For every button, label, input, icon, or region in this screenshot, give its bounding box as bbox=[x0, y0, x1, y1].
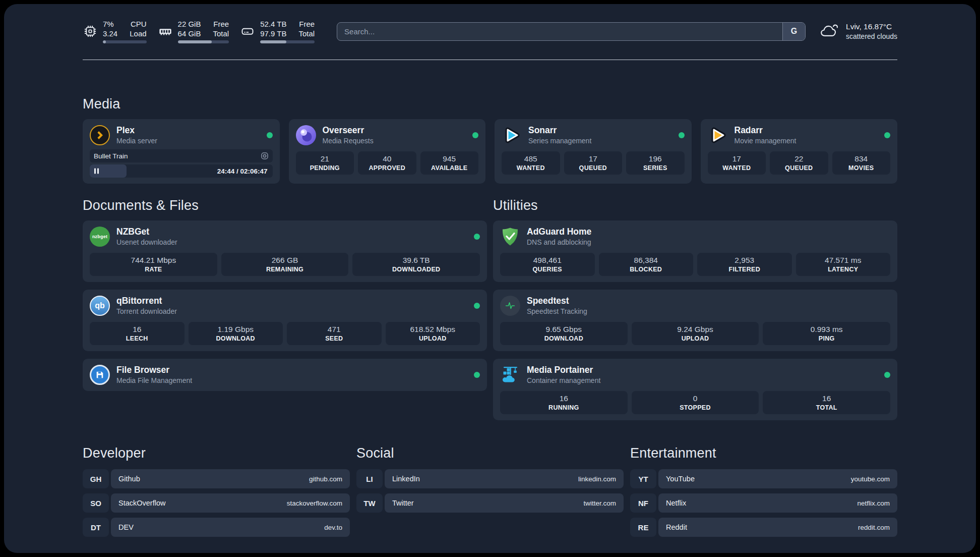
stat-value: 16 bbox=[502, 394, 626, 403]
storage-widget: 52.4 TB 97.9 TB Free Total bbox=[240, 19, 315, 43]
app-name: Media Portainer bbox=[527, 365, 600, 375]
bookmark-abbr: NF bbox=[630, 493, 656, 513]
search-bar[interactable]: Search... G bbox=[337, 22, 806, 41]
stat-value: 945 bbox=[422, 154, 477, 163]
stat-label: QUERIES bbox=[502, 266, 593, 273]
bookmark-name: Reddit bbox=[666, 523, 687, 531]
search-engine-button[interactable]: G bbox=[782, 23, 805, 40]
stat-box: 39.6 TB DOWNLOADED bbox=[352, 253, 480, 276]
app-name: NZBGet bbox=[116, 227, 177, 237]
app-card-nzbget[interactable]: nzbget NZBGet Usenet downloader 744.21 M… bbox=[83, 220, 487, 282]
app-card-portainer[interactable]: Media Portainer Container management 16 … bbox=[493, 359, 897, 420]
bookmark-name: LinkedIn bbox=[392, 475, 420, 483]
app-card-sonarr[interactable]: Sonarr Series management 485 WANTED 17 Q… bbox=[495, 119, 692, 184]
bookmark-github[interactable]: GH Github github.com bbox=[83, 469, 350, 488]
bookmarks-entertainment: Entertainment YT YouTube youtube.com NF … bbox=[630, 445, 897, 537]
stat-value: 2,953 bbox=[699, 255, 790, 265]
disk-icon bbox=[240, 24, 255, 38]
bookmark-name: YouTube bbox=[666, 475, 695, 483]
stat-value: 47.571 ms bbox=[798, 255, 889, 265]
bookmark-url: reddit.com bbox=[858, 524, 890, 531]
dashboard: 7% 3.24 CPU Load bbox=[4, 4, 976, 553]
stat-value: 16 bbox=[92, 324, 182, 334]
status-online-dot bbox=[884, 372, 890, 378]
app-description: Media File Management bbox=[116, 376, 192, 385]
bookmark-url: dev.to bbox=[324, 524, 342, 531]
filebrowser-icon bbox=[90, 365, 110, 385]
app-card-overseerr[interactable]: Overseerr Media Requests 21 PENDING 40 A… bbox=[289, 119, 486, 184]
bookmark-url: netflix.com bbox=[857, 499, 890, 507]
stat-box: 17 QUEUED bbox=[564, 151, 623, 175]
stat-value: 471 bbox=[289, 324, 380, 334]
bookmark-abbr: TW bbox=[356, 493, 383, 513]
bookmark-dev[interactable]: DT DEV dev.to bbox=[83, 518, 350, 537]
storage-total-value: 97.9 TB bbox=[260, 29, 286, 38]
app-card-plex[interactable]: Plex Media server Bullet Train bbox=[83, 119, 280, 184]
app-name: qBittorrent bbox=[116, 296, 177, 306]
stat-value: 0 bbox=[634, 394, 757, 403]
stat-box: 9.65 Gbps DOWNLOAD bbox=[500, 322, 628, 345]
bookmark-abbr: LI bbox=[356, 469, 383, 488]
bookmark-twitter[interactable]: TW Twitter twitter.com bbox=[356, 493, 624, 513]
stat-box: 16 TOTAL bbox=[763, 391, 890, 414]
stat-label: FILTERED bbox=[699, 266, 790, 273]
app-card-radarr[interactable]: Radarr Movie management 17 WANTED 22 QUE… bbox=[701, 119, 898, 184]
bookmark-reddit[interactable]: RE Reddit reddit.com bbox=[630, 518, 897, 537]
memory-total-value: 64 GiB bbox=[178, 29, 201, 38]
stat-value: 9.24 Gbps bbox=[634, 324, 757, 334]
app-card-qbittorrent[interactable]: qb qBittorrent Torrent downloader 16 bbox=[83, 290, 487, 351]
storage-free-value: 52.4 TB bbox=[260, 19, 286, 29]
stat-label: DOWNLOADED bbox=[354, 266, 478, 273]
app-description: Movie management bbox=[734, 136, 797, 145]
stat-value: 196 bbox=[628, 154, 683, 163]
app-card-adguard[interactable]: AdGuard Home DNS and adblocking 498,461 … bbox=[493, 220, 897, 282]
bookmark-url: twitter.com bbox=[583, 499, 616, 507]
playback-time: 24:44 / 02:06:47 bbox=[217, 168, 268, 175]
stat-value: 485 bbox=[504, 154, 558, 163]
weather-condition: scattered clouds bbox=[846, 32, 897, 41]
app-card-speedtest[interactable]: Speedtest Speedtest Tracking 9.65 Gbps D… bbox=[493, 290, 897, 351]
bookmark-name: StackOverflow bbox=[118, 499, 165, 507]
stat-label: LEECH bbox=[92, 335, 182, 342]
bookmark-youtube[interactable]: YT YouTube youtube.com bbox=[630, 469, 897, 488]
stat-value: 618.52 Mbps bbox=[388, 324, 478, 334]
stat-box: 0 STOPPED bbox=[632, 391, 759, 414]
status-online-dot bbox=[474, 234, 480, 240]
memory-total-label: Total bbox=[213, 29, 229, 38]
ram-icon bbox=[158, 24, 173, 38]
stat-label: LATENCY bbox=[798, 266, 889, 273]
weather-widget: Lviv, 16.87°C scattered clouds bbox=[819, 21, 897, 41]
stat-value: 17 bbox=[710, 154, 764, 163]
stat-box: 21 PENDING bbox=[296, 151, 354, 175]
bookmark-name: Github bbox=[118, 475, 140, 483]
bookmark-abbr: SO bbox=[83, 493, 109, 513]
speedtest-icon bbox=[500, 296, 520, 316]
bookmark-netflix[interactable]: NF Netflix netflix.com bbox=[630, 493, 897, 513]
bookmark-name: DEV bbox=[118, 523, 134, 531]
bookmark-url: linkedin.com bbox=[578, 475, 616, 483]
app-name: Sonarr bbox=[528, 125, 591, 136]
nzbget-icon-text: nzbget bbox=[92, 234, 107, 239]
bookmark-name: Twitter bbox=[392, 499, 414, 507]
stat-box: 498,461 QUERIES bbox=[500, 253, 595, 276]
cpu-widget: 7% 3.24 CPU Load bbox=[83, 19, 147, 43]
stat-box: 9.24 Gbps UPLOAD bbox=[632, 322, 759, 345]
cpu-load-value: 3.24 bbox=[103, 29, 117, 38]
cloud-icon bbox=[819, 21, 840, 41]
stat-label: PENDING bbox=[298, 164, 352, 172]
stat-label: WANTED bbox=[710, 164, 764, 172]
utilities-column: Utilities bbox=[493, 198, 897, 420]
stat-label: AVAILABLE bbox=[422, 164, 477, 172]
stat-value: 266 GB bbox=[223, 255, 347, 265]
weather-location-temp: Lviv, 16.87°C bbox=[846, 22, 897, 32]
bookmarks-social: Social LI LinkedIn linkedin.com TW Twitt… bbox=[356, 445, 624, 537]
memory-free-value: 22 GiB bbox=[178, 19, 201, 29]
stat-label: WANTED bbox=[504, 164, 558, 172]
status-online-dot bbox=[679, 132, 685, 138]
bookmark-stackoverflow[interactable]: SO StackOverflow stackoverflow.com bbox=[83, 493, 350, 513]
search-input[interactable]: Search... bbox=[337, 23, 782, 40]
bookmark-linkedin[interactable]: LI LinkedIn linkedin.com bbox=[356, 469, 624, 488]
stat-box: 618.52 Mbps UPLOAD bbox=[386, 322, 480, 345]
app-card-filebrowser[interactable]: File Browser Media File Management bbox=[83, 359, 487, 391]
stat-box: 471 SEED bbox=[287, 322, 382, 345]
